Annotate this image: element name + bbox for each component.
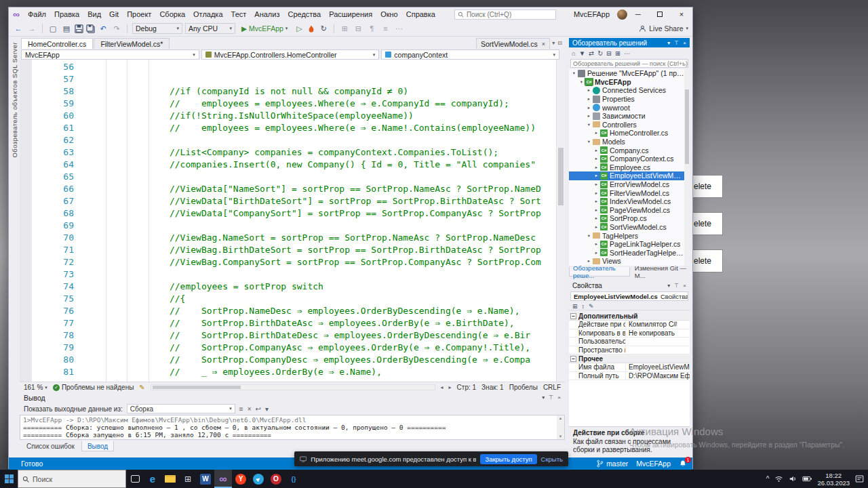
tree-item[interactable]: ▸C#HomeController.cs xyxy=(569,129,684,138)
project-dropdown[interactable]: MvcEFApp ▾ xyxy=(21,49,199,60)
tree-chevron-icon[interactable]: ▸ xyxy=(593,199,599,204)
git-branch-button[interactable]: master xyxy=(596,460,628,468)
tree-item[interactable]: ▾Models xyxy=(569,138,684,146)
property-row[interactable]: Копировать в выходНе копировать xyxy=(569,329,690,338)
more-icon[interactable]: ⋯ xyxy=(624,49,631,57)
filter-icon[interactable]: ▼ xyxy=(579,49,585,57)
stop-sharing-button[interactable]: Закрыть доступ xyxy=(480,454,536,464)
menu-item[interactable]: Файл xyxy=(24,8,50,20)
editor-tab[interactable]: SortViewModel.cs × xyxy=(476,38,550,49)
property-pages-icon[interactable]: ✎ xyxy=(589,303,594,310)
property-group-header[interactable]: −Прочее xyxy=(569,354,690,363)
tree-item[interactable]: ▸Connected Services xyxy=(569,86,684,95)
sync-icon[interactable]: ⇄ xyxy=(589,49,594,57)
bottom-panel-tab[interactable]: Список ошибок xyxy=(21,441,80,451)
property-row[interactable]: Пользовательский и xyxy=(569,338,690,346)
bottom-panel-tab[interactable]: Вывод xyxy=(81,441,114,451)
tree-chevron-icon[interactable]: ▾ xyxy=(586,139,592,144)
tree-item[interactable]: ▸C#EmployeeListViewModel.cs xyxy=(569,171,684,180)
new-file-icon[interactable]: ▢ xyxy=(47,24,58,33)
menu-item[interactable]: Средства xyxy=(283,8,325,20)
list-icon[interactable]: ≡ xyxy=(380,24,391,33)
home-icon[interactable]: ⌂ xyxy=(572,49,576,57)
navigate-back-icon[interactable]: ← xyxy=(13,24,24,33)
debug-target-dropdown[interactable]: Debug ▾ xyxy=(132,23,182,34)
tree-item[interactable]: ▾Решение "MvcEFApp" (1 проекта) xyxy=(569,69,684,78)
chevron-down-icon[interactable]: ▾ xyxy=(542,394,545,401)
battery-icon[interactable] xyxy=(802,476,812,482)
save-all-icon[interactable] xyxy=(86,24,95,33)
eol-indicator[interactable]: CRLF xyxy=(543,384,561,391)
scrollbar-thumb[interactable] xyxy=(685,89,689,164)
tree-item[interactable]: ▸C#FilterViewModel.cs xyxy=(569,188,684,197)
tree-chevron-icon[interactable]: ▸ xyxy=(593,224,599,230)
chevron-down-icon[interactable]: ▾ xyxy=(552,40,555,46)
user-avatar[interactable] xyxy=(617,9,627,20)
tree-scrollbar[interactable] xyxy=(684,69,690,266)
save-icon[interactable] xyxy=(75,24,83,33)
menu-item[interactable]: Git xyxy=(105,8,123,20)
categorized-icon[interactable]: ⊞ xyxy=(572,303,578,310)
tree-item[interactable]: ▸Зависимости xyxy=(569,112,684,121)
tree-item[interactable]: ▸C#PageViewModel.cs xyxy=(569,206,684,215)
speaker-icon[interactable] xyxy=(789,475,797,483)
live-share-button[interactable]: Live Share ▾ xyxy=(639,24,688,33)
tree-chevron-icon[interactable]: ▸ xyxy=(593,241,599,247)
close-icon[interactable]: × xyxy=(683,283,686,289)
delete-button-fragment[interactable]: elete xyxy=(693,249,723,272)
scroll-up-icon[interactable]: ▴ xyxy=(559,415,562,421)
scrollbar-thumb[interactable] xyxy=(153,386,241,389)
type-dropdown[interactable]: MvcEFApp.Controllers.HomeController ▾ xyxy=(201,49,380,60)
tree-chevron-icon[interactable]: ▾ xyxy=(586,233,592,239)
open-file-icon[interactable]: ▤ xyxy=(61,24,72,33)
chevron-down-icon[interactable]: ▾ xyxy=(265,405,269,413)
alphabetical-icon[interactable]: ↕ xyxy=(582,303,585,310)
tree-item[interactable]: ▸C#SortProp.cs xyxy=(569,214,684,223)
tree-chevron-icon[interactable]: ▸ xyxy=(586,87,592,93)
tree-chevron-icon[interactable]: ▸ xyxy=(586,258,592,264)
menu-item[interactable]: Отладка xyxy=(189,8,226,20)
menu-item[interactable]: Расширения xyxy=(325,8,376,20)
output-source-dropdown[interactable]: Сборка ▾ xyxy=(127,404,235,413)
scroll-left-icon[interactable]: ◂ xyxy=(441,384,443,390)
solution-explorer-tab[interactable]: Изменения Git — М... xyxy=(631,267,690,277)
close-button[interactable]: × xyxy=(671,7,692,21)
menu-item[interactable]: Тест xyxy=(227,8,251,20)
menu-item[interactable]: Сборка xyxy=(155,8,189,20)
tree-chevron-icon[interactable]: ▸ xyxy=(593,156,599,161)
taskbar-search[interactable]: Поиск xyxy=(18,470,126,488)
taskbar-app-vscode[interactable]: {} xyxy=(285,470,302,488)
minimize-button[interactable]: ─ xyxy=(627,7,649,21)
find-message-icon[interactable]: ≡ xyxy=(239,405,243,413)
maximize-button[interactable] xyxy=(649,7,671,21)
hot-reload-icon[interactable] xyxy=(307,24,315,33)
output-scrollbar[interactable]: ▴ ▾ xyxy=(557,415,564,439)
output-panel-header[interactable]: Вывод ▾ ⊤ × xyxy=(20,392,565,403)
tree-chevron-icon[interactable]: ▸ xyxy=(593,165,599,170)
tree-item[interactable]: ▸C#Company.cs xyxy=(569,146,684,155)
close-icon[interactable]: × xyxy=(683,40,686,46)
quick-search-box[interactable]: Поиск (Ctrl+Q) xyxy=(454,9,556,20)
tree-chevron-icon[interactable]: ▾ xyxy=(586,122,592,127)
pin-icon[interactable]: ⊤ xyxy=(674,40,679,46)
menu-item[interactable]: Правка xyxy=(50,8,83,20)
start-button[interactable] xyxy=(0,470,18,488)
task-view-button[interactable] xyxy=(126,470,144,488)
outline-icon[interactable]: ⊞ xyxy=(339,24,350,33)
tree-chevron-icon[interactable]: ▸ xyxy=(593,173,599,178)
collapse-icon[interactable]: − xyxy=(570,356,576,362)
taskbar-app-telegram[interactable]: ▶ xyxy=(250,470,267,488)
tree-item[interactable]: ▸C#ErrorViewModel.cs xyxy=(569,180,684,189)
tree-chevron-icon[interactable]: ▸ xyxy=(593,148,599,153)
scroll-down-icon[interactable]: ▾ xyxy=(559,434,562,439)
collapse-icon[interactable]: ⊟ xyxy=(353,24,363,33)
tree-item[interactable]: ▸C#SortHeaderTagHelper.cs xyxy=(569,248,684,257)
start-without-debug-icon[interactable]: ▷ xyxy=(294,24,304,33)
tree-chevron-icon[interactable]: ▾ xyxy=(578,79,585,85)
tree-chevron-icon[interactable]: ▾ xyxy=(571,70,577,76)
output-text[interactable]: 1>MvcEFApp -> D:\RPO\Максим Ефимов\MvcEF… xyxy=(20,415,565,440)
refresh-icon[interactable]: ↻ xyxy=(597,49,603,57)
taskbar-app-explorer[interactable] xyxy=(161,470,179,488)
member-dropdown[interactable]: companyContext ▾ xyxy=(381,49,559,60)
taskbar-app-yandex[interactable]: Y xyxy=(232,470,250,488)
